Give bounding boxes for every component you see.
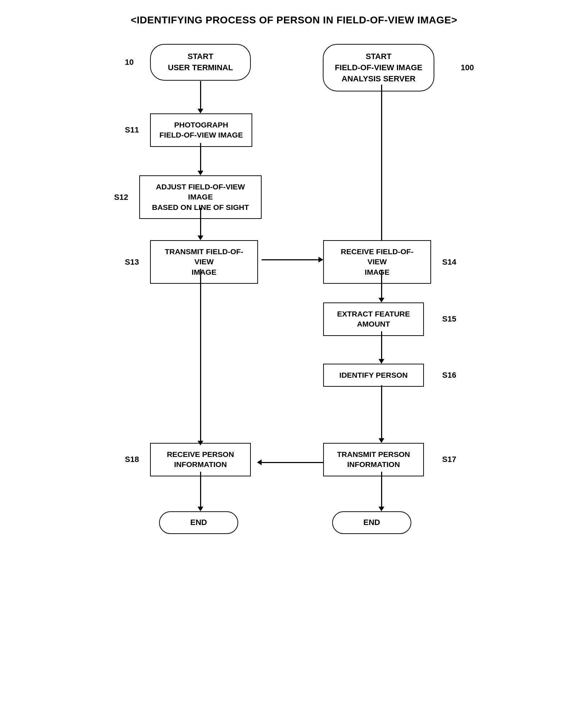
node-id-s14: S14 xyxy=(442,257,456,267)
end-server-box: END xyxy=(332,511,411,534)
s14-node: RECEIVE FIELD-OF-VIEW IMAGE S14 xyxy=(323,240,431,284)
start-server-node: START FIELD-OF-VIEW IMAGE ANALYSIS SERVE… xyxy=(323,44,445,91)
step-s12: S12 xyxy=(114,193,128,202)
vline-s13-s18 xyxy=(200,269,201,442)
s11-box: PHOTOGRAPH FIELD-OF-VIEW IMAGE xyxy=(150,113,252,147)
vline-s12-s13 xyxy=(200,208,201,237)
s13-node: S13 TRANSMIT FIELD-OF-VIEW IMAGE xyxy=(150,240,258,284)
s17-box: TRANSMIT PERSON INFORMATION xyxy=(323,443,424,476)
s16-node: IDENTIFY PERSON S16 xyxy=(323,364,431,387)
node-id-10: 10 xyxy=(125,58,134,67)
vline-s16-s17 xyxy=(381,385,382,439)
hline-s13-s14 xyxy=(262,259,323,260)
start-user-terminal-node: 10 START USER TERMINAL xyxy=(150,44,258,81)
arrow-s14-horizontal xyxy=(318,257,323,262)
s15-box: EXTRACT FEATURE AMOUNT xyxy=(323,302,424,336)
arrow-end-server xyxy=(379,507,384,511)
vline-server-s14 xyxy=(381,85,382,240)
vline-s15-s16 xyxy=(381,331,382,360)
start-user-terminal-box: START USER TERMINAL xyxy=(150,44,251,81)
node-id-s15: S15 xyxy=(442,314,456,324)
node-id-100: 100 xyxy=(461,63,474,72)
end-user-node: END xyxy=(159,511,249,534)
vline-s14-s15 xyxy=(381,270,382,299)
vline-s18-end-user xyxy=(200,472,201,508)
arrow-s16 xyxy=(379,359,384,364)
s15-node: EXTRACT FEATURE AMOUNT S15 xyxy=(323,302,431,336)
vline-start-user-s11 xyxy=(200,81,201,110)
diagram-container: <IDENTIFYING PROCESS OF PERSON IN FIELD-… xyxy=(96,14,492,692)
s12-node: S12 ADJUST FIELD-OF-VIEW IMAGE BASED ON … xyxy=(139,175,269,219)
s17-node: TRANSMIT PERSON INFORMATION S17 xyxy=(323,443,431,476)
s16-box: IDENTIFY PERSON xyxy=(323,364,424,387)
page-title: <IDENTIFYING PROCESS OF PERSON IN FIELD-… xyxy=(131,14,457,26)
end-server-node: END xyxy=(332,511,422,534)
hline-s17-s18 xyxy=(262,462,323,463)
node-id-s16: S16 xyxy=(442,371,456,380)
flow-wrapper: 10 START USER TERMINAL START FIELD-OF-VI… xyxy=(132,44,456,692)
arrow-end-user xyxy=(198,507,203,511)
arrow-s18-horizontal xyxy=(257,459,262,465)
arrow-s11 xyxy=(198,109,203,113)
step-s18: S18 xyxy=(125,455,139,464)
s18-node: S18 RECEIVE PERSON INFORMATION xyxy=(150,443,258,476)
arrow-s17 xyxy=(379,438,384,443)
arrow-s12 xyxy=(198,171,203,175)
node-id-s17: S17 xyxy=(442,455,456,464)
step-s13: S13 xyxy=(125,257,139,267)
start-server-box: START FIELD-OF-VIEW IMAGE ANALYSIS SERVE… xyxy=(323,44,434,91)
arrow-s13 xyxy=(198,235,203,240)
arrow-s15 xyxy=(379,298,384,302)
end-user-box: END xyxy=(159,511,238,534)
s13-box: TRANSMIT FIELD-OF-VIEW IMAGE xyxy=(150,240,258,284)
vline-s17-end-server xyxy=(381,472,382,508)
arrow-s18-down xyxy=(198,441,203,445)
s14-box: RECEIVE FIELD-OF-VIEW IMAGE xyxy=(323,240,431,284)
step-s11: S11 xyxy=(125,125,139,135)
s18-box: RECEIVE PERSON INFORMATION xyxy=(150,443,251,476)
vline-s11-s12 xyxy=(200,143,201,172)
s11-node: S11 PHOTOGRAPH FIELD-OF-VIEW IMAGE xyxy=(150,113,258,147)
